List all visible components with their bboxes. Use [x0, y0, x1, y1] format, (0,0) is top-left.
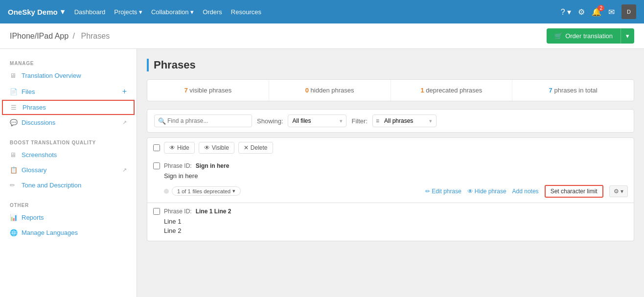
stat-visible: 7 visible phrases	[147, 80, 269, 101]
translation-overview-icon: 🖥	[10, 72, 18, 79]
stat-deprecated-label: deprecated phrases	[426, 87, 482, 94]
nav-resources[interactable]: Resources	[231, 8, 261, 16]
search-filter-bar: 🔍 Showing: All files ▾ Filter: ≡ All phr…	[147, 109, 634, 133]
help-button[interactable]: ? ▾	[561, 7, 571, 17]
hide-phrase-icon: 👁	[467, 188, 473, 195]
notifications-button[interactable]: 🔔 2	[592, 7, 601, 17]
sidebar-label-tone: Tone and Description	[22, 182, 127, 189]
sidebar-item-files[interactable]: 📄 Files +	[0, 83, 137, 100]
boost-section-title: BOOST TRANSLATION QUALITY	[0, 136, 137, 147]
sidebar-item-screenshots[interactable]: 🖥 Screenshots	[0, 147, 137, 162]
phrase-1-checkbox[interactable]	[153, 162, 160, 169]
nav-collaboration[interactable]: Collaboration ▾	[151, 8, 194, 16]
hide-icon: 👁	[169, 144, 175, 151]
add-file-icon[interactable]: +	[122, 87, 127, 96]
reports-icon: 📊	[10, 214, 18, 221]
edit-phrase-link[interactable]: ✏ Edit phrase	[425, 188, 461, 195]
delete-label: Delete	[251, 144, 268, 151]
filter-select[interactable]: All phrases	[382, 115, 436, 127]
phrase-gear-icon: ⚙	[614, 188, 619, 195]
sidebar-item-translation-overview[interactable]: 🖥 Translation Overview	[0, 68, 137, 83]
mail-button[interactable]: ✉	[608, 7, 615, 17]
breadcrumb-parent[interactable]: IPhone/IPad App	[10, 32, 69, 40]
sidebar-label-screenshots: Screenshots	[22, 151, 127, 159]
stat-total-label: phrases in total	[554, 87, 597, 94]
search-wrap: 🔍	[154, 114, 252, 127]
files-badge-chevron-icon: ▾	[232, 188, 235, 194]
stat-total-num: 7	[549, 87, 552, 94]
order-dropdown-chevron-icon: ▾	[626, 32, 629, 40]
stat-hidden-num: 0	[305, 87, 309, 94]
table-actions: 👁 Hide 👁 Visible ✕ Delete	[147, 137, 634, 158]
languages-icon: 🌐	[10, 229, 18, 236]
order-translation-group: 🛒 Order translation ▾	[547, 28, 634, 44]
order-icon: 🛒	[554, 32, 562, 40]
external-link-icon: ↗	[122, 119, 127, 126]
phrase-1-actions-row: 1 of 1 files deprecated ▾ ✏ Edit phrase …	[164, 185, 628, 198]
hide-button[interactable]: 👁 Hide	[164, 142, 195, 154]
stat-deprecated-num: 1	[420, 87, 424, 94]
visible-label: Visible	[212, 144, 229, 151]
main-content: Phrases 7 visible phrases 0 hidden phras…	[137, 49, 644, 297]
sidebar-item-manage-languages[interactable]: 🌐 Manage Languages	[0, 225, 137, 240]
search-icon: 🔍	[158, 117, 166, 125]
sidebar-item-glossary[interactable]: 📋 Glossary ↗	[0, 162, 137, 178]
breadcrumb-current: Phrases	[81, 32, 110, 40]
add-notes-link[interactable]: Add notes	[512, 188, 539, 195]
glossary-external-icon: ↗	[122, 167, 127, 173]
stat-hidden-label: hidden phrases	[311, 87, 354, 94]
files-select[interactable]: All files	[288, 114, 346, 127]
sidebar-label-files: Files	[22, 88, 118, 95]
stats-bar: 7 visible phrases 0 hidden phrases 1 dep…	[147, 79, 634, 101]
phrase-1-id-label: Phrase ID:	[164, 162, 192, 169]
phrase-2-line2: Line 2	[164, 226, 628, 236]
order-translation-dropdown-button[interactable]: ▾	[621, 28, 634, 44]
screenshots-icon: 🖥	[10, 151, 18, 159]
phrase-2-line1: Line 1	[164, 217, 628, 227]
tone-icon: ✏	[10, 182, 18, 189]
phrase-row-2: Phrase ID: Line 1 Line 2 Line 1 Line 2	[147, 203, 634, 241]
order-translation-button[interactable]: 🛒 Order translation	[547, 28, 621, 44]
phrase-1-text: Sign in here	[164, 171, 628, 181]
phrase-2-id-value: Line 1 Line 2	[196, 208, 231, 215]
delete-button[interactable]: ✕ Delete	[238, 142, 273, 154]
manage-section-title: MANAGE	[0, 57, 137, 68]
sidebar-item-reports[interactable]: 📊 Reports	[0, 210, 137, 225]
files-badge[interactable]: 1 of 1 files deprecated ▾	[172, 186, 241, 196]
nav-orders[interactable]: Orders	[203, 8, 222, 16]
phrase-1-id-value: Sign in here	[196, 162, 230, 169]
stat-hidden: 0 hidden phrases	[269, 80, 391, 101]
phrase-2-text: Line 1 Line 2	[164, 217, 628, 236]
files-icon: 📄	[10, 88, 18, 95]
edit-icon: ✏	[425, 188, 430, 195]
brand-dropdown-icon[interactable]: ▾	[61, 7, 65, 16]
set-character-limit-button[interactable]: Set character limit	[545, 185, 603, 198]
nav-right: ? ▾ ⚙ 🔔 2 ✉ D	[561, 4, 636, 19]
select-all-checkbox[interactable]	[153, 144, 160, 151]
add-notes-label: Add notes	[512, 188, 539, 195]
visible-button[interactable]: 👁 Visible	[199, 142, 234, 154]
phrase-gear-button[interactable]: ⚙ ▾	[609, 185, 628, 197]
avatar[interactable]: D	[621, 4, 636, 19]
phrases-icon: ☰	[11, 104, 19, 111]
search-input[interactable]	[154, 114, 252, 127]
nav-projects[interactable]: Projects ▾	[114, 8, 142, 16]
sidebar-item-phrases[interactable]: ☰ Phrases	[2, 100, 135, 115]
breadcrumb: IPhone/IPad App / Phrases	[10, 32, 112, 41]
sidebar-label-manage-languages: Manage Languages	[22, 229, 127, 236]
mail-icon: ✉	[608, 8, 615, 16]
filter-select-wrap: ≡ All phrases ▾	[372, 114, 437, 127]
notif-badge: 2	[598, 5, 604, 11]
breadcrumb-separator: /	[73, 32, 75, 40]
nav-dashboard[interactable]: Dashboard	[74, 8, 106, 16]
hide-phrase-link[interactable]: 👁 Hide phrase	[467, 188, 506, 195]
settings-button[interactable]: ⚙	[578, 7, 585, 17]
phrase-2-checkbox[interactable]	[153, 208, 160, 215]
delete-icon: ✕	[244, 144, 249, 151]
brand-logo[interactable]: OneSky Demo ▾	[8, 7, 65, 16]
status-dot-icon	[164, 189, 169, 194]
sidebar-item-discussions[interactable]: 💬 Discussions ↗	[0, 115, 137, 130]
files-select-wrap: All files ▾	[288, 114, 346, 127]
help-icon: ?	[561, 8, 565, 16]
sidebar-item-tone-and-description[interactable]: ✏ Tone and Description	[0, 178, 137, 193]
